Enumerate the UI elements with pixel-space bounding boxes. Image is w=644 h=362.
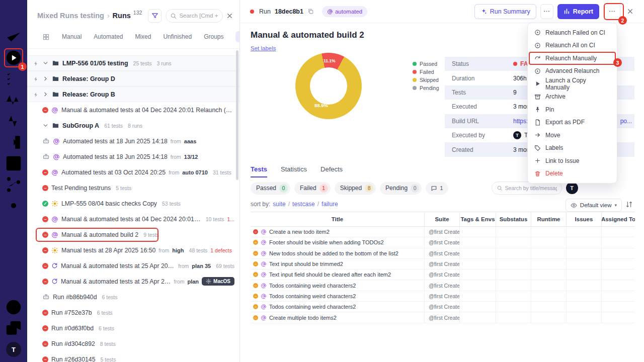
sort-order-icon[interactable] bbox=[625, 201, 633, 208]
test-row[interactable]: –Footer should be visible when adding TO… bbox=[251, 237, 635, 248]
analytics-icon[interactable] bbox=[4, 112, 23, 131]
menu-icon[interactable] bbox=[4, 4, 23, 23]
column-header-title[interactable]: Title bbox=[251, 212, 424, 226]
run-row[interactable]: Run #b86b940d6 tests bbox=[27, 289, 239, 305]
run-row[interactable]: –Run #752e37b6 tests bbox=[27, 305, 239, 320]
run-row[interactable]: –Automated tests at 03 Oct 2024 20:25fro… bbox=[27, 164, 239, 180]
runs-tab-groups[interactable]: Groups bbox=[204, 33, 223, 40]
column-header-issues[interactable]: Issues bbox=[566, 212, 601, 226]
more-options-button-1[interactable] bbox=[540, 4, 553, 19]
projects-icon[interactable] bbox=[4, 319, 23, 338]
column-header-tags-envs[interactable]: Tags & Envs bbox=[459, 212, 496, 226]
assignee-avatar[interactable]: T bbox=[566, 182, 578, 194]
comments-filter[interactable]: 1 bbox=[426, 182, 448, 195]
run-row[interactable]: –Test Pending testruns5 tests bbox=[27, 180, 239, 196]
sort-link-suite[interactable]: suite bbox=[273, 201, 285, 208]
copy-icon[interactable] bbox=[307, 8, 314, 15]
set-labels-link[interactable]: Set labels bbox=[251, 45, 276, 51]
run-row[interactable]: –Manual & automated tests at 04 Dec 2024… bbox=[27, 211, 239, 227]
run-title: Run #26d30145 bbox=[51, 356, 96, 362]
close-run-icon[interactable] bbox=[626, 8, 634, 15]
detail-value-suffix[interactable]: po... bbox=[620, 118, 632, 125]
test-row[interactable]: –Create multiple todo items2@first Creat… bbox=[251, 312, 635, 323]
close-panel-icon[interactable] bbox=[226, 12, 233, 20]
group-row[interactable]: Release: Group B bbox=[27, 86, 239, 102]
menu-item-relaunch-failed-on-ci[interactable]: Relaunch Failed on CI bbox=[528, 26, 617, 39]
runs-tab-to[interactable]: To bbox=[235, 31, 239, 42]
menu-item-relaunch-all-on-ci[interactable]: Relaunch All on CI bbox=[528, 39, 617, 52]
run-row[interactable]: –Manual & automated build 29 tests bbox=[27, 227, 239, 242]
menu-item-pin[interactable]: Pin bbox=[528, 103, 617, 116]
menu-item-archive[interactable]: Archive bbox=[528, 90, 617, 104]
menu-item-export-as-pdf[interactable]: Export as PDF bbox=[528, 116, 617, 129]
menu-item-advanced-relaunch[interactable]: Advanced Relaunch bbox=[528, 65, 617, 78]
grid-view-icon[interactable] bbox=[42, 33, 50, 41]
column-header-substatus[interactable]: Substatus bbox=[496, 212, 531, 226]
runs-tab-unfinished[interactable]: Unfinished bbox=[163, 33, 192, 40]
help-icon[interactable] bbox=[4, 298, 23, 317]
run-row[interactable]: –Run #0d63f0bd6 tests bbox=[27, 320, 239, 336]
settings-icon[interactable] bbox=[4, 196, 23, 215]
breadcrumb-project[interactable]: Mixed Runs testing bbox=[37, 12, 104, 20]
sort-link-testcase[interactable]: testcase bbox=[292, 201, 315, 208]
menu-item-delete[interactable]: Delete bbox=[528, 167, 617, 180]
menu-item-relaunch-manually[interactable]: Relaunch Manually bbox=[528, 52, 617, 65]
runs-tab-manual[interactable]: Manual bbox=[62, 33, 82, 40]
panel-scrollbar[interactable] bbox=[236, 50, 238, 180]
column-header-runtime[interactable]: Runtime bbox=[531, 212, 566, 226]
checks-icon[interactable] bbox=[4, 27, 23, 46]
test-row[interactable]: –Todos containing weird characters2@firs… bbox=[251, 302, 635, 312]
run-row[interactable]: ✓LMP-555 08/04 basic checks Copy53 tests bbox=[27, 196, 239, 211]
filter-pending[interactable]: Pending0 bbox=[380, 182, 422, 195]
test-cases-icon[interactable] bbox=[4, 69, 23, 88]
filter-failed[interactable]: Failed1 bbox=[294, 182, 331, 195]
column-header-assigned-to[interactable]: Assigned To bbox=[601, 212, 635, 226]
test-row[interactable]: –New todos should be added to the bottom… bbox=[251, 248, 635, 259]
menu-item-move[interactable]: Move bbox=[528, 129, 617, 142]
test-row[interactable]: –Text input should be trimmed2@first Cre… bbox=[251, 259, 635, 269]
breadcrumb-section: Runs bbox=[113, 12, 131, 20]
test-row[interactable]: –Todos containing weird characters2@firs… bbox=[251, 280, 635, 291]
filter-skipped[interactable]: Skipped8 bbox=[335, 182, 376, 195]
test-row[interactable]: –Todos containing weird characters2@firs… bbox=[251, 291, 635, 302]
filter-button[interactable] bbox=[148, 9, 162, 23]
runs-tab-mixed[interactable]: Mixed bbox=[135, 33, 151, 40]
run-row[interactable]: –Manual & automated tests at 25 Apr 2025… bbox=[27, 274, 239, 289]
run-row[interactable]: –Manual tests at 28 Apr 2025 16:50fromhi… bbox=[27, 242, 239, 258]
group-row[interactable]: Release: Group D bbox=[27, 71, 239, 86]
test-row[interactable]: –Text input field should be cleared afte… bbox=[251, 269, 635, 280]
run-row[interactable]: Automated tests at 18 Jun 2025 14:18from… bbox=[27, 149, 239, 164]
tab-tests[interactable]: Tests bbox=[251, 165, 267, 177]
run-title: Run #b86b940d bbox=[53, 294, 97, 301]
runs-search-input[interactable] bbox=[179, 13, 218, 19]
run-row[interactable]: –Run #26d301455 tests bbox=[27, 351, 239, 362]
run-row[interactable]: –Manual & automated tests at 04 Dec 2024… bbox=[27, 102, 239, 118]
run-row[interactable]: –Manual & automated tests at 25 Apr 2025… bbox=[27, 258, 239, 274]
filter-passed[interactable]: Passed0 bbox=[251, 182, 290, 195]
menu-item-launch-a-copy-manually[interactable]: Launch a Copy Manually bbox=[528, 77, 617, 90]
pulse-icon[interactable] bbox=[4, 90, 23, 110]
run-row[interactable]: –Run #d304c8928 tests bbox=[27, 336, 239, 351]
branches-icon[interactable] bbox=[4, 175, 23, 194]
report-button[interactable]: Report bbox=[557, 4, 599, 19]
import-icon[interactable] bbox=[4, 133, 23, 152]
group-row[interactable]: SubGroup A61 tests8 runs bbox=[27, 118, 239, 133]
test-row[interactable]: –Create a new todo item2@first Create ..… bbox=[251, 227, 635, 237]
runs-search[interactable] bbox=[166, 9, 223, 23]
tab-statistics[interactable]: Statistics bbox=[281, 165, 307, 177]
sort-link-failure[interactable]: failure bbox=[321, 201, 338, 208]
reports-icon[interactable] bbox=[4, 154, 23, 173]
more-options-button-2[interactable] bbox=[603, 4, 620, 19]
tests-search-input[interactable] bbox=[505, 185, 557, 191]
menu-item-labels[interactable]: Labels bbox=[528, 142, 617, 155]
automated-badge[interactable]: automated bbox=[322, 6, 367, 17]
run-row[interactable]: Automated tests at 18 Jun 2025 14:18from… bbox=[27, 133, 239, 149]
column-header-suite[interactable]: Suite bbox=[424, 212, 459, 226]
runs-tab-automated[interactable]: Automated bbox=[94, 33, 123, 40]
view-selector[interactable]: Default view ▾ bbox=[566, 199, 622, 212]
menu-item-link-to-issue[interactable]: Link to Issue bbox=[528, 154, 617, 167]
group-row[interactable]: LMP-556 01/05 testing25 tests3 runs bbox=[27, 55, 239, 71]
tab-defects[interactable]: Defects bbox=[320, 165, 343, 177]
user-avatar[interactable]: T bbox=[6, 342, 21, 357]
run-summary-button[interactable]: Run Summary bbox=[474, 4, 536, 19]
